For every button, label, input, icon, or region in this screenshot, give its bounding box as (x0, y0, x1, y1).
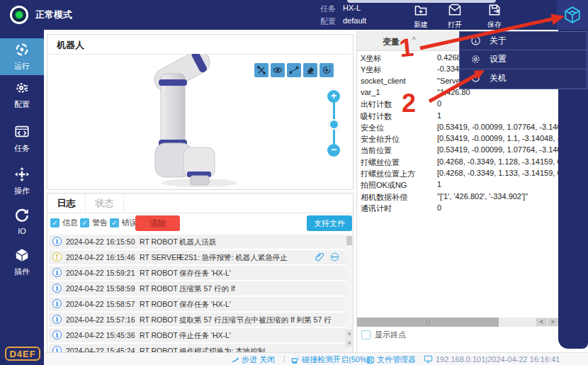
log-level-icon (52, 268, 62, 277)
filter-label: 信息 (62, 218, 78, 228)
log-tabs: 日志 状态 (47, 193, 353, 213)
system-menu-button[interactable] (557, 0, 588, 30)
log-row: 2024-04-22 16:15:46 RT SERVER E2S1: 急停报警… (49, 250, 346, 264)
variable-value: [0.4268, -0.3349, 1.133, -3.14159, 0, -1 (437, 169, 559, 177)
log-row: 2024-04-22 15:59:21 RT ROBOT 保存任务 'HX-L' (49, 266, 346, 280)
log-level-icon (52, 283, 62, 293)
tools-button[interactable] (254, 63, 268, 77)
scroll-up-button[interactable]: ∧ (345, 330, 354, 338)
log-source: RT ROBOT (140, 284, 178, 293)
log-row: 2024-04-22 15:57:16 RT ROBOT 提取第 57 行压缩节… (49, 313, 346, 327)
variable-value: [0.4268, -0.3349, 1.128, -3.14159, 0, -1 (437, 157, 559, 166)
log-source: RT ROBOT (140, 331, 178, 339)
variable-name: 吸钉计数 (361, 111, 392, 122)
green-status-icon (16, 11, 23, 18)
scroll-down-button[interactable]: ∨ (345, 339, 354, 347)
visibility-button[interactable] (271, 63, 285, 77)
trajectory-icon (289, 65, 299, 75)
log-source: RT ROBOT (140, 315, 178, 324)
variable-name: 打螺丝位置上方 (361, 169, 415, 179)
gear-icon (470, 54, 481, 64)
open-file-icon (448, 3, 462, 17)
variables-hscrollbar[interactable]: | | < > (357, 318, 559, 327)
step-mode-status[interactable]: 步进 关闭 (231, 354, 275, 365)
checkbox-icon[interactable] (361, 330, 371, 339)
tab-label: 日志 (57, 198, 76, 208)
sidebar-item-run[interactable]: 运行 (0, 38, 44, 75)
support-file-button[interactable]: 支持文件 (307, 215, 352, 231)
new-task-button[interactable]: 新建 (405, 1, 437, 29)
eraser-button[interactable] (303, 63, 317, 77)
variable-value: 0 (437, 99, 559, 108)
collision-label: 碰撞检测开启(50%) (302, 354, 369, 365)
cube-logo-icon (563, 6, 582, 24)
log-source: RT ROBOT (140, 300, 178, 308)
log-level-icon (52, 237, 62, 246)
trajectory-button[interactable] (287, 63, 301, 77)
checkbox-checked-icon (50, 218, 60, 228)
filter-info-checkbox[interactable]: 信息 (50, 218, 78, 228)
menu-item-about[interactable]: 关于 (460, 32, 587, 50)
robot-view-panel: 机器人 (47, 34, 354, 190)
new-file-icon (414, 3, 428, 17)
log-time: 2024-04-22 15:57:16 (66, 315, 135, 324)
menu-item-shutdown[interactable]: 关机 (460, 69, 587, 88)
show-waypoints-toggle[interactable]: 显示路点 (361, 330, 406, 339)
file-manager-icon (366, 356, 375, 364)
log-row-actions (315, 252, 340, 262)
code-window-icon (14, 124, 30, 140)
reset-view-button[interactable] (320, 63, 334, 77)
sidebar-item-label: 插件 (0, 266, 44, 277)
variable-value: [0.53419, -0.00099, 1.07764, -3.14048, (437, 123, 559, 131)
variable-name: 拍照OK或NG (361, 180, 407, 191)
collision-detect-status[interactable]: 碰撞检测开启(50%) (290, 354, 369, 365)
show-waypoints-label: 显示路点 (375, 330, 406, 340)
variable-value: 1 (437, 111, 559, 120)
clear-log-button[interactable]: 清除 (135, 215, 180, 231)
variable-row: 出钉计数 0 (357, 99, 559, 110)
zoom-in-button[interactable]: + (327, 90, 340, 103)
more-options-icon[interactable] (329, 252, 340, 262)
log-message: 机器人活跃 (179, 237, 217, 247)
menu-item-settings[interactable]: 设置 (460, 50, 587, 69)
file-manager-button[interactable]: 文件管理器 (366, 354, 416, 365)
step-mode-icon (231, 356, 239, 364)
log-message: 保存任务 'HX-L' (179, 269, 231, 279)
sidebar-item-plugin[interactable]: 插件 (0, 244, 44, 281)
log-vscrollbar[interactable]: ∧ ∨ (346, 235, 353, 352)
sidebar-item-io[interactable]: IO (0, 204, 44, 241)
log-source: RT ROBOT (140, 347, 178, 352)
save-task-button[interactable]: 保存 (478, 1, 511, 29)
sidebar-item-config[interactable]: 配置 (0, 77, 44, 113)
sidebar-item-operate[interactable]: 操作 (0, 163, 44, 200)
sidebar-item-label: 运行 (0, 61, 44, 72)
log-source: RT SERVER (140, 253, 182, 262)
filter-error-checkbox[interactable]: 错误 (110, 218, 137, 228)
log-tab[interactable]: 状态 (86, 193, 124, 213)
scroll-right-button[interactable]: > (548, 318, 558, 326)
network-label: 192.168.0.101|2024-04-22 16:16:41 (436, 355, 560, 364)
config-label: 配置 (320, 16, 336, 27)
scroll-left-button[interactable]: < (536, 318, 547, 326)
tab-label: 状态 (96, 198, 114, 208)
zoom-out-button[interactable]: − (327, 144, 340, 157)
vscrollbar-thumb[interactable] (346, 236, 352, 245)
filter-warning-checkbox[interactable]: 警告 (80, 218, 108, 228)
log-tab[interactable]: 日志 (47, 193, 86, 213)
top-bar: 正常模式 任务 HX-L 配置 default 新建 打开 保存 (0, 0, 588, 30)
attachment-icon[interactable] (315, 252, 325, 262)
log-row: 2024-04-22 15:58:57 RT ROBOT 保存任务 'HX-L' (49, 297, 346, 311)
log-source: RT ROBOT (140, 237, 178, 246)
variable-name: 安全位 (361, 123, 384, 133)
hscrollbar-thumb[interactable]: | | (357, 318, 499, 327)
variable-name: Y坐标 (361, 64, 381, 75)
log-panel: 日志 状态 信息 警告 错误 清除 支持文件 2024-04-22 16:15:… (47, 193, 354, 352)
left-sidebar: 运行 配置 任务 操作 IO 插件 D4EF (0, 30, 44, 365)
variable-name: 安全抬升位 (361, 134, 400, 145)
checkbox-checked-icon (80, 218, 89, 228)
sidebar-item-label: 任务 (0, 143, 44, 154)
variable-row: 通讯计时 0 (357, 203, 559, 214)
sidebar-item-task[interactable]: 任务 (0, 120, 44, 157)
open-task-button[interactable]: 打开 (439, 1, 471, 29)
zoom-slider-handle[interactable] (329, 119, 339, 130)
